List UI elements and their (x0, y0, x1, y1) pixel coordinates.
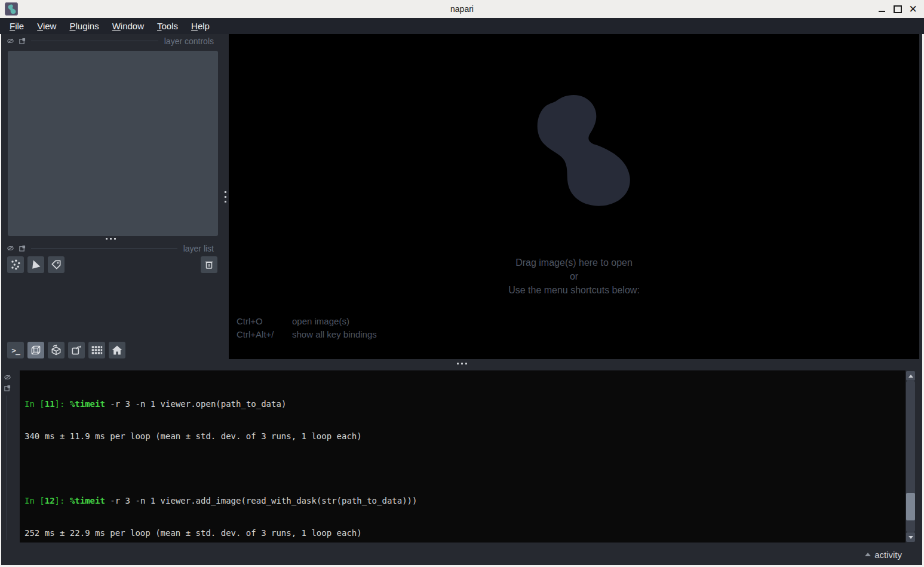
layer-list-dock-header: layer list (0, 243, 222, 253)
dock-title-line (31, 248, 177, 249)
statusbar: activity (0, 544, 924, 565)
viewer-buttons-row: >_ (0, 342, 222, 358)
console-dock: In [11]: %timeit -r 3 -n 1 viewer.open(p… (0, 367, 924, 544)
close-icon[interactable]: ✕ (908, 4, 918, 14)
dock-title-line (31, 41, 158, 41)
transpose-arrow-icon (70, 344, 82, 356)
menu-view[interactable]: View (30, 18, 63, 34)
labels-icon (50, 259, 62, 271)
viewer-canvas[interactable]: Drag image(s) here to open or Use the me… (229, 34, 919, 359)
shortcut-keys: Ctrl+O (237, 315, 292, 327)
roll-cube-arrow-icon (50, 344, 62, 356)
console-button[interactable]: >_ (7, 342, 24, 358)
console-input-line: In [11]: %timeit -r 3 -n 1 viewer.open(p… (24, 399, 901, 409)
trash-icon (204, 259, 214, 270)
napari-window: napari ✕ File View Plugins Window Tools … (0, 0, 924, 567)
welcome-line-3: Use the menu shortcuts below: (229, 283, 919, 297)
console-input-line: In [12]: %timeit -r 3 -n 1 viewer.add_im… (24, 495, 901, 506)
points-icon (10, 259, 22, 271)
new-shapes-layer-button[interactable] (27, 256, 44, 273)
scrollbar-track[interactable] (906, 381, 915, 532)
chevron-up-icon (865, 553, 871, 556)
canvas-console-splitter[interactable] (0, 359, 924, 367)
console-dock-titlebar (0, 370, 20, 543)
hide-dock-icon[interactable] (4, 374, 11, 381)
hide-dock-icon[interactable] (7, 245, 14, 252)
panel-canvas-splitter[interactable] (222, 34, 229, 359)
minimize-icon[interactable] (877, 4, 887, 14)
left-panel: layer controls layer list (0, 34, 222, 359)
layer-buttons-row (0, 256, 222, 273)
grid-icon (91, 344, 103, 356)
menu-window[interactable]: Window (106, 18, 151, 34)
console-output-line: 340 ms ± 11.9 ms per loop (mean ± std. d… (24, 431, 901, 442)
window-border-left (0, 34, 1, 565)
menu-help[interactable]: Help (185, 18, 216, 34)
activity-label: activity (874, 550, 902, 560)
float-dock-icon[interactable] (19, 38, 26, 44)
scroll-up-icon[interactable] (906, 371, 915, 381)
console-prompt-icon: >_ (11, 346, 20, 355)
hide-dock-icon[interactable] (7, 38, 14, 44)
shortcut-hints: Ctrl+O open image(s) Ctrl+Alt+/ show all… (237, 315, 377, 341)
home-icon (111, 344, 123, 356)
shortcut-keys: Ctrl+Alt+/ (237, 328, 292, 341)
main-area: layer controls layer list (0, 34, 924, 359)
layer-list-title: layer list (183, 244, 214, 253)
new-points-layer-button[interactable] (7, 256, 24, 273)
menubar: File View Plugins Window Tools Help (0, 18, 924, 34)
ipython-console[interactable]: In [11]: %timeit -r 3 -n 1 viewer.open(p… (20, 370, 916, 543)
welcome-line-2: or (229, 269, 919, 283)
welcome-line-1: Drag image(s) here to open (229, 256, 919, 269)
new-labels-layer-button[interactable] (48, 256, 65, 273)
console-scrollbar[interactable] (905, 370, 916, 543)
maximize-icon[interactable] (892, 4, 902, 14)
menu-tools[interactable]: Tools (151, 18, 185, 34)
shortcut-action: open image(s) (292, 315, 377, 327)
roll-dimensions-button[interactable] (48, 342, 65, 358)
scrollbar-thumb[interactable] (906, 493, 915, 520)
welcome-message: Drag image(s) here to open or Use the me… (229, 256, 919, 297)
transpose-button[interactable] (68, 342, 85, 358)
dock-title-line (7, 396, 7, 540)
menu-plugins[interactable]: Plugins (63, 18, 105, 34)
activity-button[interactable]: activity (865, 544, 902, 565)
cube-icon (30, 344, 42, 356)
layer-controls-title: layer controls (164, 36, 214, 46)
window-title: napari (0, 4, 924, 14)
console-output: In [11]: %timeit -r 3 -n 1 viewer.open(p… (24, 377, 901, 567)
shapes-icon (30, 259, 42, 271)
shortcut-action: show all key bindings (292, 328, 377, 341)
menu-file[interactable]: File (3, 18, 30, 34)
napari-watermark-blob (512, 83, 641, 213)
layer-controls-dock-header: layer controls (0, 36, 222, 46)
console-output-line: 252 ms ± 22.9 ms per loop (mean ± std. d… (24, 528, 901, 538)
grid-view-button[interactable] (88, 342, 105, 358)
float-dock-icon[interactable] (4, 385, 11, 391)
delete-layer-button[interactable] (201, 256, 217, 273)
scroll-down-icon[interactable] (906, 532, 915, 542)
titlebar: napari ✕ (0, 0, 924, 18)
layer-controls-panel (8, 51, 218, 236)
float-dock-icon[interactable] (19, 245, 26, 252)
napari-logo-icon (5, 2, 18, 16)
home-button[interactable] (109, 342, 125, 358)
layer-controls-resize-handle[interactable] (0, 238, 222, 240)
ndisplay-button[interactable] (27, 342, 44, 358)
